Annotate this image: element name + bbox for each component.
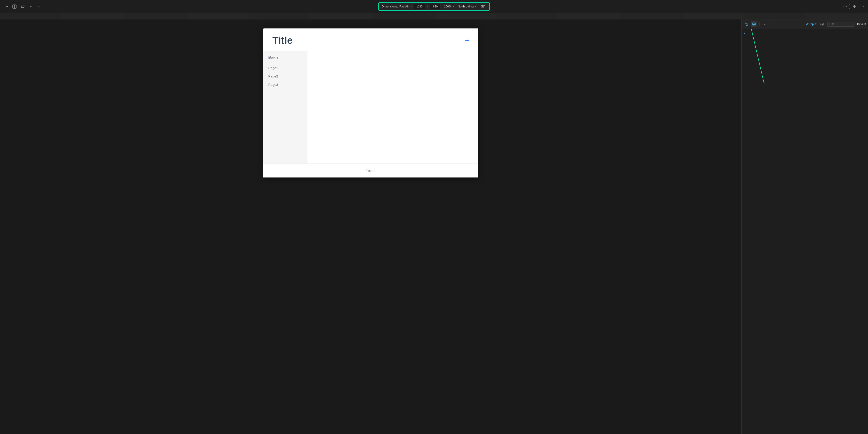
simulated-page: Title + Menu Page1 Page2 — [264, 29, 478, 177]
devtools-toolbar: » + top ▼ — [742, 20, 868, 29]
settings-button[interactable]: ⚙ — [851, 3, 858, 10]
throttle-chevron-icon: ▼ — [474, 5, 477, 8]
devtools-more-tools-button[interactable]: » — [762, 21, 768, 27]
ruler-bar — [0, 13, 868, 20]
more-tools-button[interactable]: » — [27, 3, 34, 10]
svg-rect-5 — [481, 5, 485, 8]
width-input[interactable] — [414, 4, 425, 9]
more-browser-options-button[interactable]: ⋯ — [859, 3, 865, 10]
page-sidebar: Menu Page1 Page2 Page3 — [264, 51, 307, 164]
context-label: top — [810, 22, 814, 26]
svg-line-7 — [747, 24, 748, 26]
zoom-value: 100% — [444, 5, 452, 8]
inspect-element-button[interactable] — [744, 21, 750, 27]
throttle-selector[interactable]: No throttling ▼ — [458, 5, 477, 8]
svg-rect-8 — [752, 23, 755, 25]
devtools-panel: » + top ▼ — [741, 20, 868, 434]
responsive-toolbar: ⋯ » + — [0, 0, 868, 13]
responsive-mode-button[interactable] — [19, 3, 26, 10]
device-label: Dimensions: iPad Air — [382, 5, 409, 8]
page-title: Title — [272, 35, 293, 46]
devtools-filter-input[interactable] — [827, 22, 855, 27]
sidebar-nav-item[interactable]: Page3 — [264, 80, 307, 89]
device-toolbar-center: Dimensions: iPad Air ▼ x 100% ▼ No throt… — [378, 2, 490, 11]
devtools-new-tab-button[interactable]: + — [769, 21, 775, 27]
screenshot-button[interactable] — [480, 3, 486, 10]
svg-point-6 — [483, 6, 484, 7]
devtools-toggle-button[interactable] — [11, 3, 18, 10]
zoom-chevron-icon: ▼ — [452, 5, 455, 8]
throttle-label: No throttling — [458, 5, 473, 8]
height-input[interactable] — [430, 4, 441, 9]
page-footer: Footer — [264, 164, 478, 177]
device-chevron-icon: ▼ — [410, 5, 412, 8]
device-mode-button[interactable] — [751, 21, 757, 27]
page-header: Title + — [264, 29, 478, 51]
svg-rect-9 — [755, 23, 756, 25]
viewport-area: Title + Menu Page1 Page2 — [0, 20, 741, 434]
page-main-content — [307, 51, 478, 164]
more-options-button[interactable]: ⋯ — [3, 3, 10, 10]
zoom-selector[interactable]: 100% ▼ — [444, 5, 455, 8]
context-chevron-icon: ▼ — [815, 23, 817, 25]
tab-count-badge: 4 — [844, 4, 850, 9]
svg-point-14 — [822, 24, 823, 25]
default-button[interactable]: Default — [857, 23, 866, 26]
context-selector[interactable]: top ▼ — [806, 22, 817, 26]
console-arrow[interactable]: › — [744, 31, 866, 35]
menu-label: Menu — [264, 54, 307, 64]
add-button[interactable]: + — [465, 37, 469, 44]
devtools-content: › — [742, 29, 868, 434]
new-tab-button[interactable]: + — [35, 3, 42, 10]
eye-button[interactable] — [819, 21, 825, 27]
svg-point-13 — [820, 23, 824, 25]
sidebar-nav-item[interactable]: Page2 — [264, 72, 307, 80]
sidebar-nav-item[interactable]: Page1 — [264, 64, 307, 72]
device-selector[interactable]: Dimensions: iPad Air ▼ — [382, 5, 412, 8]
dimension-x-separator: x — [427, 5, 428, 8]
svg-rect-3 — [22, 8, 23, 8]
